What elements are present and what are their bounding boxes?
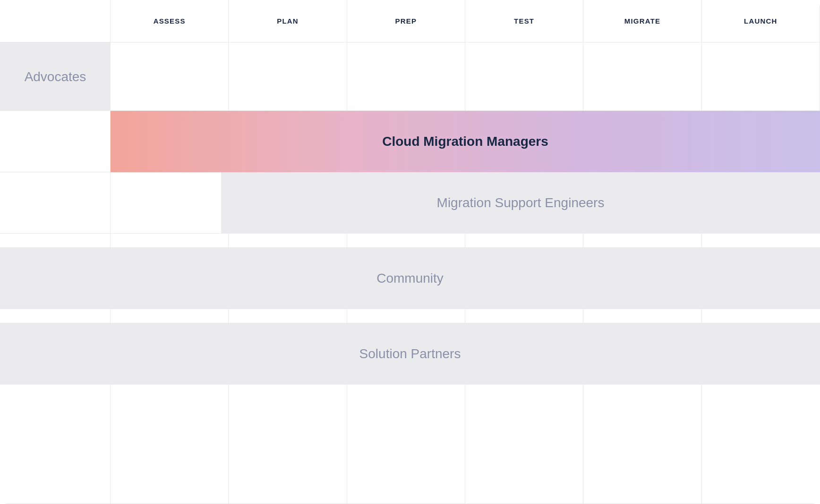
grid-cell [465, 42, 583, 111]
content-area: Advocates Cloud Migration Managers [0, 42, 820, 504]
header-label-migrate: MIGRATE [624, 17, 660, 25]
grid-cell [702, 309, 820, 323]
row-solution-partners: Solution Partners [0, 323, 820, 385]
grid-cell [465, 309, 583, 323]
row-migration-support-engineers: Migration Support Engineers [0, 172, 820, 234]
grid-cell [583, 385, 701, 504]
cmm-block: Cloud Migration Managers [111, 111, 820, 172]
grid-cell [0, 234, 111, 248]
row-bottom-filler [0, 385, 820, 504]
grid-cell [347, 385, 465, 504]
grid-cell [347, 42, 465, 111]
grid-cell [111, 172, 229, 234]
grid-cell [583, 234, 701, 248]
grid-cell [111, 42, 229, 111]
community-label: Community [376, 271, 444, 286]
header-label-prep: PREP [395, 17, 417, 25]
grid-cell [229, 309, 347, 323]
advocates-block: Advocates [0, 42, 111, 111]
grid-cell [583, 42, 701, 111]
grid-cell [0, 172, 111, 234]
grid-cell [702, 385, 820, 504]
header-label-assess: ASSESS [154, 17, 186, 25]
grid-cell [0, 385, 111, 504]
header-row: ASSESS PLAN PREP TEST MIGRATE LAUNCH [0, 0, 820, 42]
sp-label: Solution Partners [359, 346, 461, 361]
grid-cell [465, 234, 583, 248]
advocates-label: Advocates [25, 69, 86, 84]
grid-cell [465, 385, 583, 504]
grid-cell [111, 234, 229, 248]
mse-label: Migration Support Engineers [437, 195, 605, 210]
header-label-plan: PLAN [277, 17, 299, 25]
row-cloud-migration-managers: Cloud Migration Managers [0, 111, 820, 172]
row-community: Community [0, 248, 820, 309]
row-advocates: Advocates [0, 42, 820, 111]
grid-cell [229, 234, 347, 248]
community-block: Community [0, 248, 820, 309]
grid-cell [229, 385, 347, 504]
header-label-launch: LAUNCH [744, 17, 777, 25]
grid-cell [347, 309, 465, 323]
grid-cell [702, 234, 820, 248]
grid-cell [702, 42, 820, 111]
row-separator-1 [0, 234, 820, 248]
grid-cell [347, 234, 465, 248]
header-cell-test: TEST [465, 0, 583, 42]
cmm-label: Cloud Migration Managers [382, 134, 548, 149]
header-cell-migrate: MIGRATE [583, 0, 701, 42]
header-cell-empty [0, 0, 111, 42]
sp-block: Solution Partners [0, 323, 820, 385]
header-cell-launch: LAUNCH [702, 0, 820, 42]
chart-container: ASSESS PLAN PREP TEST MIGRATE LAUNCH [0, 0, 820, 504]
mse-block: Migration Support Engineers [221, 172, 820, 234]
grid-cell [0, 309, 111, 323]
grid-cell [583, 309, 701, 323]
header-cell-assess: ASSESS [111, 0, 229, 42]
header-label-test: TEST [514, 17, 534, 25]
row-separator-2 [0, 309, 820, 323]
grid-cell [111, 309, 229, 323]
header-cell-prep: PREP [347, 0, 465, 42]
grid-cell [0, 111, 111, 172]
grid-cell [111, 385, 229, 504]
grid-cell [229, 42, 347, 111]
header-cell-plan: PLAN [229, 0, 347, 42]
